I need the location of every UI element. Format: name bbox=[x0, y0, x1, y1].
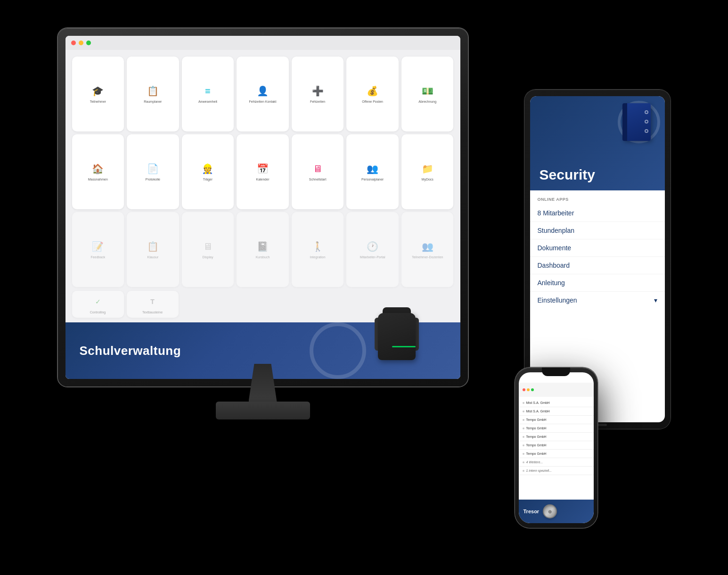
app-protokolle[interactable]: 📄 Protokolle bbox=[127, 134, 179, 209]
abrechnung-label: Abrechnung bbox=[418, 100, 436, 104]
traeger-label: Träger bbox=[203, 178, 213, 181]
teilnehmer-dozenten-icon: 👥 bbox=[420, 239, 434, 254]
personalplaner-label: Personalplaner bbox=[361, 178, 384, 181]
app-massnahmen[interactable]: 🏠 Massnahmen bbox=[72, 134, 124, 209]
app-mydocs[interactable]: 📁 MyDocs bbox=[401, 134, 454, 209]
fehlzeiten-label: Fehlzeiten bbox=[310, 100, 325, 104]
controlling-label: Controlling bbox=[90, 311, 106, 314]
app-fehlzeiten[interactable]: ➕ Fehlzeiten bbox=[292, 57, 344, 131]
display-label: Display bbox=[202, 255, 213, 259]
tablet-menu-stundenplan[interactable]: Stundenplan bbox=[530, 222, 665, 239]
app-teilnehmer-dozenten[interactable]: 👥 Teilnehmer-Dozenten bbox=[401, 212, 454, 287]
schulverwaltung-title: Schulverwaltung bbox=[80, 344, 181, 358]
monitor: 🎓 Teilnehmer 📋 Raumplaner ≡ Anwesenheit bbox=[58, 28, 468, 452]
app-integration[interactable]: 🚶 Integration bbox=[292, 212, 344, 287]
mitarbeiter-portal-label: Mitarbeiter-Portal bbox=[360, 255, 385, 259]
personalplaner-icon: 👥 bbox=[366, 162, 380, 176]
tablet-menu-mitarbeiter[interactable]: 8 Mitarbeiter bbox=[530, 205, 665, 222]
raumplaner-icon: 📋 bbox=[146, 84, 160, 98]
tablet-binder bbox=[622, 103, 655, 146]
phone-maximize-dot bbox=[531, 388, 534, 391]
phone: Mist S.A. GmbH Mist S.A. GmbH Tempo GmbH bbox=[515, 368, 597, 528]
phone-list-more: 4 Weitere... bbox=[519, 458, 594, 467]
textbausteine-label: Textbausteine bbox=[142, 311, 163, 314]
camera-dot bbox=[262, 32, 264, 35]
binder-ring-top bbox=[645, 110, 648, 114]
tablet-menu-anleitung[interactable]: Anleitung bbox=[530, 274, 665, 292]
mydocs-label: MyDocs bbox=[422, 178, 434, 181]
fehlzeiten-icon: ➕ bbox=[311, 84, 325, 98]
phone-frame: Mist S.A. GmbH Mist S.A. GmbH Tempo GmbH bbox=[515, 368, 597, 528]
kursbuch-icon: 📓 bbox=[255, 239, 270, 254]
protokolle-label: Protokolle bbox=[146, 178, 160, 181]
phone-list-dot bbox=[523, 419, 524, 421]
phone-list-item: Mist S.A. GmbH bbox=[519, 399, 594, 407]
feedback-icon: 📝 bbox=[91, 239, 105, 254]
phone-list-dot bbox=[523, 436, 524, 438]
app-klausur[interactable]: 📋 Klausur bbox=[127, 212, 179, 287]
phone-list-item: Tempo GmbH bbox=[519, 441, 594, 450]
teilnehmer-dozenten-label: Teilnehmer-Dozenten bbox=[412, 255, 443, 259]
offene-posten-label: Offene Posten bbox=[362, 100, 383, 104]
phone-list-item: Mist S.A. GmbH bbox=[519, 407, 594, 416]
backpack-body bbox=[378, 313, 416, 360]
phone-list: Mist S.A. GmbH Mist S.A. GmbH Tempo GmbH bbox=[519, 397, 594, 477]
app-anwesenheit[interactable]: ≡ Anwesenheit bbox=[182, 57, 234, 131]
anwesenheit-icon: ≡ bbox=[201, 84, 215, 98]
tablet-menu-stundenplan-label: Stundenplan bbox=[538, 227, 575, 234]
tablet-header: Security bbox=[530, 96, 665, 190]
monitor-screen: 🎓 Teilnehmer 📋 Raumplaner ≡ Anwesenheit bbox=[65, 36, 460, 379]
protokolle-icon: 📄 bbox=[146, 162, 160, 176]
phone-header bbox=[519, 383, 594, 397]
app-personalplaner[interactable]: 👥 Personalplaner bbox=[346, 134, 399, 209]
binder-ring-bot bbox=[645, 129, 648, 133]
app-grid: 🎓 Teilnehmer 📋 Raumplaner ≡ Anwesenheit bbox=[65, 50, 460, 291]
app-schnellstart[interactable]: 🖥 Schnellstart bbox=[292, 134, 344, 209]
schnellstart-icon: 🖥 bbox=[311, 162, 325, 176]
massnahmen-label: Massnahmen bbox=[88, 178, 108, 181]
traeger-icon: 👷 bbox=[201, 162, 215, 176]
phone-header-dots bbox=[523, 388, 534, 391]
app-traeger[interactable]: 👷 Träger bbox=[182, 134, 234, 209]
mydocs-icon: 📁 bbox=[420, 162, 434, 176]
maximize-dot bbox=[86, 41, 91, 45]
tablet-menu-einstellungen[interactable]: Einstellungen ▾ bbox=[530, 292, 665, 309]
app-mitarbeiter-portal[interactable]: 🕐 Mitarbeiter-Portal bbox=[346, 212, 399, 287]
app-textbausteine[interactable]: T Textbausteine bbox=[127, 291, 179, 318]
app-display[interactable]: 🖥 Display bbox=[182, 212, 234, 287]
tablet-menu-dokumente[interactable]: Dokumente bbox=[530, 239, 665, 257]
monitor-base bbox=[216, 402, 310, 419]
app-teilnehmer[interactable]: 🎓 Teilnehmer bbox=[72, 57, 124, 131]
phone-list-item: Tempo GmbH bbox=[519, 450, 594, 458]
tablet-menu-mitarbeiter-label: 8 Mitarbeiter bbox=[538, 209, 574, 217]
tablet-menu-dashboard-label: Dashboard bbox=[538, 262, 570, 269]
phone-list-dot bbox=[523, 427, 524, 429]
teilnehmer-icon: 🎓 bbox=[91, 84, 105, 98]
safe-lock-icon: ⊕ bbox=[543, 504, 557, 518]
phone-tresor-label: Tresor bbox=[524, 509, 540, 514]
phone-list-dot bbox=[523, 470, 524, 472]
abrechnung-icon: 💵 bbox=[420, 84, 434, 98]
app-abrechnung[interactable]: 💵 Abrechnung bbox=[401, 57, 454, 131]
phone-list-item: Tempo GmbH bbox=[519, 424, 594, 433]
phone-list-item: Tempo GmbH bbox=[519, 416, 594, 424]
schnellstart-label: Schnellstart bbox=[309, 178, 327, 181]
phone-close-dot bbox=[523, 388, 525, 391]
app-kursbuch[interactable]: 📓 Kursbuch bbox=[237, 212, 289, 287]
app-kalender[interactable]: 📅 Kalender bbox=[237, 134, 289, 209]
app-feedback[interactable]: 📝 Feedback bbox=[72, 212, 124, 287]
binder-body bbox=[622, 103, 651, 141]
binder-ring-mid bbox=[645, 120, 648, 123]
phone-list-dot bbox=[523, 444, 524, 446]
app-raumplaner[interactable]: 📋 Raumplaner bbox=[127, 57, 179, 131]
kursbuch-label: Kursbuch bbox=[256, 255, 270, 259]
integration-icon: 🚶 bbox=[311, 239, 325, 254]
tablet-menu-dokumente-label: Dokumente bbox=[538, 244, 572, 252]
tablet-menu-dashboard[interactable]: Dashboard bbox=[530, 257, 665, 274]
app-fehlzeiten-kontakt[interactable]: 👤 Fehlzeiten Kontakt bbox=[237, 57, 289, 131]
app-controlling[interactable]: ✓ Controlling bbox=[72, 291, 124, 318]
app-offene-posten[interactable]: 💰 Offene Posten bbox=[346, 57, 399, 131]
tablet-menu-einstellungen-label: Einstellungen bbox=[538, 296, 577, 304]
phone-list-special: 1 intern speziell... bbox=[519, 467, 594, 475]
kalender-icon: 📅 bbox=[255, 162, 270, 176]
